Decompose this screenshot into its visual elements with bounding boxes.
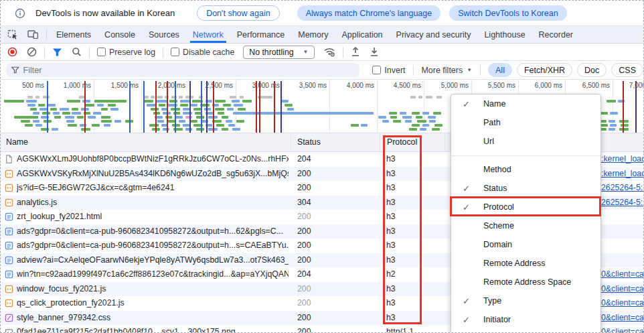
request-initiator-link[interactable]: 0&client=ca	[601, 313, 643, 322]
devtools-tabbar: ElementsConsoleSourcesNetworkPerformance…	[1, 26, 643, 44]
menu-item-type[interactable]: ✓Type	[451, 291, 600, 310]
menu-item-scheme[interactable]: Scheme	[451, 216, 600, 235]
request-initiator-link[interactable]: 2625264-5:1	[601, 198, 643, 207]
menu-item-initiator[interactable]: ✓Initiator	[451, 310, 600, 329]
waterfall-bar	[422, 124, 429, 127]
clear-network-log-button[interactable]	[22, 47, 42, 57]
filter-chip-css[interactable]: CSS	[611, 63, 643, 77]
menu-item-name[interactable]: ✓Name	[451, 94, 600, 113]
request-name[interactable]: analytics.js	[17, 198, 289, 207]
js-file-icon	[5, 170, 13, 178]
htmldoc-file-icon	[5, 227, 13, 236]
menu-item-domain[interactable]: Domain	[451, 235, 600, 254]
filter-chip-doc[interactable]: Doc	[577, 63, 607, 77]
waterfall-bar	[97, 104, 104, 107]
request-initiator-link[interactable]: 2625264-5:1	[601, 183, 643, 192]
disable-cache-checkbox-input[interactable]	[171, 48, 179, 56]
request-name[interactable]: ads?gdpr=0&client=ca-pub-960682341095827…	[17, 226, 289, 236]
waterfall-bar	[282, 100, 289, 103]
tab-application[interactable]: Application	[335, 26, 389, 43]
request-name[interactable]: adview?ai=CxAelqeOFaarwN6ekjeYPqle8yATWy…	[17, 255, 289, 265]
toggle-device-toolbar-icon[interactable]	[23, 26, 44, 43]
filter-input-wrap[interactable]	[6, 63, 359, 77]
waterfall-bar	[85, 104, 94, 107]
waterfall-bar	[233, 112, 374, 115]
filter-funnel-icon	[11, 66, 19, 74]
filter-toggle-icon[interactable]	[48, 48, 67, 57]
request-name[interactable]: zrt_lookup_fy2021.html	[17, 212, 289, 221]
request-name[interactable]: win?tn=c92aad1999f497c1a6c2ff886123e07c&…	[17, 269, 289, 279]
tab-elements[interactable]: Elements	[50, 26, 98, 43]
request-name[interactable]: AGSKWxXLmJ9Uohbf8P0bccpBWtNizF1gRRkJzu6C…	[17, 154, 289, 163]
request-initiator-link[interactable]: :kernel_load	[601, 169, 643, 178]
match-language-button[interactable]: Always match Chrome's language	[297, 5, 441, 21]
switch-korean-button[interactable]: Switch DevTools to Korean	[449, 5, 566, 21]
dont-show-again-button[interactable]: Don't show again	[197, 5, 280, 21]
tab-lighthouse[interactable]: Lighthouse	[477, 26, 532, 43]
disable-cache-checkbox[interactable]: Disable cache	[166, 48, 239, 57]
import-har-icon[interactable]	[346, 47, 365, 57]
menu-item-status[interactable]: ✓Status	[451, 179, 600, 198]
waterfall-bar	[196, 128, 204, 131]
menu-item-protocol[interactable]: ✓Protocol	[451, 198, 600, 216]
request-name[interactable]: window_focus_fy2021.js	[17, 284, 289, 293]
waterfall-bar	[157, 120, 164, 123]
request-initiator-link[interactable]: 0&client=ca	[601, 269, 643, 279]
invert-checkbox[interactable]: Invert	[368, 66, 410, 75]
js-file-icon	[5, 285, 13, 293]
column-header-name[interactable]: Name	[6, 137, 28, 147]
request-name[interactable]: qs_click_protection_fy2021.js	[17, 298, 289, 308]
column-header-status[interactable]: Status	[297, 137, 321, 147]
request-name[interactable]: ads?gdpr=0&client=ca-pub-960682341095827…	[17, 241, 289, 250]
load-event-line	[256, 81, 257, 133]
menu-item-url[interactable]: Url	[451, 132, 600, 151]
request-name[interactable]: 0fad1ee711ca9f215c2daf1bb0408f10__scv1__…	[17, 327, 289, 333]
request-name[interactable]: style_banner_979342.css	[17, 313, 289, 322]
export-har-icon[interactable]	[365, 47, 384, 57]
waterfall-bar	[157, 96, 163, 98]
request-initiator-link[interactable]: 0&client=ca	[601, 284, 643, 293]
column-header-protocol[interactable]: Protocol	[387, 137, 417, 147]
invert-checkbox-input[interactable]	[372, 66, 381, 74]
timeline-tick-label: 500 ms	[0, 82, 44, 89]
preserve-log-checkbox[interactable]: Preserve log	[92, 48, 160, 57]
record-network-log-button[interactable]	[1, 47, 22, 57]
load-event-line	[259, 81, 260, 133]
menu-item-method[interactable]: Method	[451, 160, 600, 179]
request-name[interactable]: js?id=G-5EJ6GW72GJ&cx=c&gtm=4e6241	[17, 183, 289, 192]
tab-console[interactable]: Console	[98, 26, 142, 43]
waterfall-bar	[436, 96, 442, 98]
tab-sources[interactable]: Sources	[142, 26, 186, 43]
waterfall-bar	[223, 104, 231, 107]
filter-input[interactable]	[23, 66, 355, 75]
waterfall-bar	[108, 104, 116, 107]
menu-item-path[interactable]: Path	[451, 113, 600, 132]
request-initiator-link[interactable]: 0&client=ca	[601, 327, 643, 333]
tab-network[interactable]: Network	[186, 26, 230, 43]
throttling-select[interactable]: No throttling ▼	[243, 46, 314, 59]
filter-chip-all[interactable]: All	[488, 63, 512, 77]
inspect-element-icon[interactable]	[1, 26, 23, 43]
waterfall-bar	[185, 116, 192, 119]
request-initiator-link[interactable]: :kernel_load	[601, 154, 643, 163]
request-name[interactable]: AGSKWxVSKyRxMjXlNuU2B5As434lKD6Ng6wUZo2d…	[17, 169, 289, 178]
request-initiator-link[interactable]: 0&client=ca	[601, 298, 643, 308]
waterfall-bar	[236, 120, 244, 123]
tab-performance[interactable]: Performance	[230, 26, 292, 43]
network-conditions-icon[interactable]	[319, 47, 340, 57]
waterfall-bar	[4, 100, 24, 103]
menu-item-remote-address-space[interactable]: Remote Address Space	[451, 273, 600, 291]
waterfall-bar	[27, 104, 35, 107]
search-icon[interactable]	[67, 47, 86, 57]
waterfall-bar	[50, 108, 57, 111]
filter-chip-fetch-xhr[interactable]: Fetch/XHR	[517, 63, 572, 77]
menu-item-remote-address[interactable]: Remote Address	[451, 254, 600, 273]
tab-memory[interactable]: Memory	[291, 26, 335, 43]
preserve-log-checkbox-input[interactable]	[97, 48, 106, 56]
more-filters-button[interactable]: More filters ▼	[416, 66, 477, 75]
tab-privacy-and-security[interactable]: Privacy and security	[390, 26, 478, 43]
checkmark-icon: ✓	[463, 296, 473, 306]
tab-recorder[interactable]: Recorder	[532, 26, 580, 43]
request-protocol: h3	[386, 226, 396, 236]
waterfall-bar	[52, 128, 58, 131]
